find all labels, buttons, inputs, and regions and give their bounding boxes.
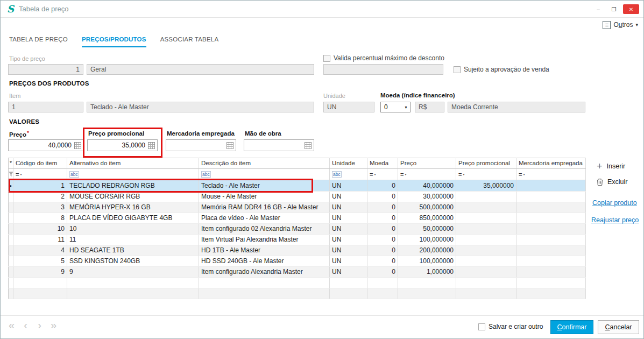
cell-preco[interactable]: 850,000000 [398,213,456,224]
cell-moeda[interactable]: 0 [367,213,398,224]
table-row[interactable]: ▸ 1 TECLADO REDRAGON RGB Teclado - Ale M… [9,180,586,192]
filter-descricao[interactable]: abc [199,169,330,180]
calculator-icon[interactable] [227,142,233,149]
cell-mercadoria[interactable] [516,267,586,278]
mercadoria-empregada-input[interactable] [166,139,236,151]
copiar-produto-link[interactable]: Copiar produto [592,199,637,207]
cell-unidade[interactable]: UN [330,213,367,224]
cell-promo[interactable] [456,202,516,213]
cell-descricao[interactable]: Item configurado Alexandria Master [199,267,330,278]
cell-codigo[interactable]: 11 [13,235,67,245]
cell-alternativo[interactable]: MEMÓRIA HYPER-X 16 GB [67,202,199,213]
filter-unidade[interactable]: abc [330,169,367,180]
cell-moeda[interactable]: 0 [367,267,398,278]
cell-codigo[interactable]: 1 [13,180,67,192]
calculator-icon[interactable] [74,142,81,149]
cell-preco[interactable]: 100,000000 [398,235,456,245]
cell-moeda[interactable]: 0 [367,192,398,202]
cell-alternativo[interactable]: PLACA DE VÍDEO GIGABYTE 4GB [67,213,199,224]
cell-mercadoria[interactable] [516,256,586,267]
cell-alternativo[interactable]: 9 [67,267,199,278]
col-header-unidade[interactable]: Unidade [330,158,367,169]
cell-promo[interactable] [456,213,516,224]
col-header-moeda[interactable]: Moeda [367,158,398,169]
close-button-icon[interactable]: ✕ [623,4,639,14]
filter-mercadoria[interactable]: =▾ [516,169,586,180]
cell-promo[interactable] [456,267,516,278]
dropdown-caret-icon[interactable]: ▾ [402,102,410,112]
table-row[interactable]: 5 SSD KINGSTON 240GB HD SSD 240GB - Ale … [9,256,586,267]
cell-preco[interactable]: 1,000000 [398,267,456,278]
table-row[interactable]: 9 9 Item configurado Alexandria Master U… [9,267,586,278]
sujeito-aprovacao-checkbox[interactable]: Sujeito a aprovação de venda [454,66,549,73]
confirmar-button[interactable]: Confirmar [550,320,593,334]
cell-promo[interactable] [456,256,516,267]
excluir-button[interactable]: Excluir [597,178,628,186]
col-header-preco-promocional[interactable]: Preço promocional [456,158,516,169]
table-row[interactable]: 8 PLACA DE VÍDEO GIGABYTE 4GB Placa de v… [9,213,586,224]
cell-mercadoria[interactable] [516,180,586,192]
cancelar-button[interactable]: Cancelar [598,320,639,334]
mao-de-obra-input[interactable] [244,139,314,151]
nav-prev-icon[interactable]: ‹ [21,319,30,331]
outros-button[interactable]: ≡ Outros ▾ [603,19,638,31]
cell-preco[interactable]: 100,000000 [398,256,456,267]
cell-unidade[interactable]: UN [330,245,367,256]
filter-alternativo[interactable]: abc [67,169,199,180]
cell-unidade[interactable]: UN [330,267,367,278]
cell-mercadoria[interactable] [516,224,586,235]
table-row[interactable]: 3 MEMÓRIA HYPER-X 16 GB Memória RAM DDR4… [9,202,586,213]
nav-first-icon[interactable]: « [7,319,16,331]
cell-descricao[interactable]: HD SSD 240GB - Ale Master [199,256,330,267]
maximize-button-icon[interactable]: ❐ [607,4,620,14]
cell-alternativo[interactable]: 11 [67,235,199,245]
filter-preco-promocional[interactable]: =▾ [456,169,516,180]
cell-descricao[interactable]: Memória RAM DDR4 16 GB - Ale Master [199,202,330,213]
moeda-code-dropdown[interactable]: 0 ▾ [380,102,411,112]
salvar-e-criar-outro-checkbox[interactable]: Salvar e criar outro [478,323,543,330]
filter-preco[interactable]: =▾ [398,169,456,180]
cell-alternativo[interactable]: HD SEAGATE 1TB [67,245,199,256]
cell-moeda[interactable]: 0 [367,180,398,192]
table-row[interactable]: 2 MOUSE CORSAIR RGB Mouse - Ale Master U… [9,192,586,202]
cell-preco[interactable]: 50,000000 [398,224,456,235]
cell-mercadoria[interactable] [516,202,586,213]
cell-descricao[interactable]: Item Virtual Pai Alexandria Master [199,235,330,245]
table-row[interactable]: 10 10 Item configurado 02 Alexandria Mas… [9,224,586,235]
nav-next-icon[interactable]: › [35,319,44,331]
cell-unidade[interactable]: UN [330,235,367,245]
cell-promo[interactable] [456,245,516,256]
cell-descricao[interactable]: Mouse - Ale Master [199,192,330,202]
cell-alternativo[interactable]: 10 [67,224,199,235]
reajustar-preco-link[interactable]: Reajustar preço [591,216,639,224]
cell-mercadoria[interactable] [516,213,586,224]
cell-moeda[interactable]: 0 [367,245,398,256]
cell-promo[interactable]: 35,000000 [456,180,516,192]
cell-unidade[interactable]: UN [330,224,367,235]
cell-unidade[interactable]: UN [330,192,367,202]
filter-moeda[interactable]: =▾ [367,169,398,180]
cell-mercadoria[interactable] [516,235,586,245]
cell-codigo[interactable]: 8 [13,213,67,224]
cell-descricao[interactable]: Item configurado 02 Alexandria Master [199,224,330,235]
calculator-icon[interactable] [305,142,312,149]
cell-preco[interactable]: 40,000000 [398,180,456,192]
table-row[interactable]: 4 HD SEAGATE 1TB HD 1TB - Ale Master UN … [9,245,586,256]
cell-promo[interactable] [456,192,516,202]
inserir-button[interactable]: + Inserir [597,161,625,171]
cell-descricao[interactable]: HD 1TB - Ale Master [199,245,330,256]
cell-alternativo[interactable]: MOUSE CORSAIR RGB [67,192,199,202]
cell-alternativo[interactable]: TECLADO REDRAGON RGB [67,180,199,192]
tab-tabela-de-preco[interactable]: TABELA DE PREÇO [9,36,68,47]
tab-precos-produtos[interactable]: PREÇOS/PRODUTOS [82,36,146,47]
cell-preco[interactable]: 30,000000 [398,192,456,202]
calculator-icon[interactable] [148,142,155,149]
cell-descricao[interactable]: Teclado - Ale Master [199,180,330,192]
cell-unidade[interactable]: UN [330,256,367,267]
cell-codigo[interactable]: 9 [13,267,67,278]
col-header-mercadoria[interactable]: Mercadoria empregada [516,158,586,169]
table-row[interactable]: 11 11 Item Virtual Pai Alexandria Master… [9,235,586,245]
cell-codigo[interactable]: 10 [13,224,67,235]
cell-codigo[interactable]: 5 [13,256,67,267]
valida-percentual-checkbox[interactable]: Valida percentual máximo de desconto [323,54,444,62]
